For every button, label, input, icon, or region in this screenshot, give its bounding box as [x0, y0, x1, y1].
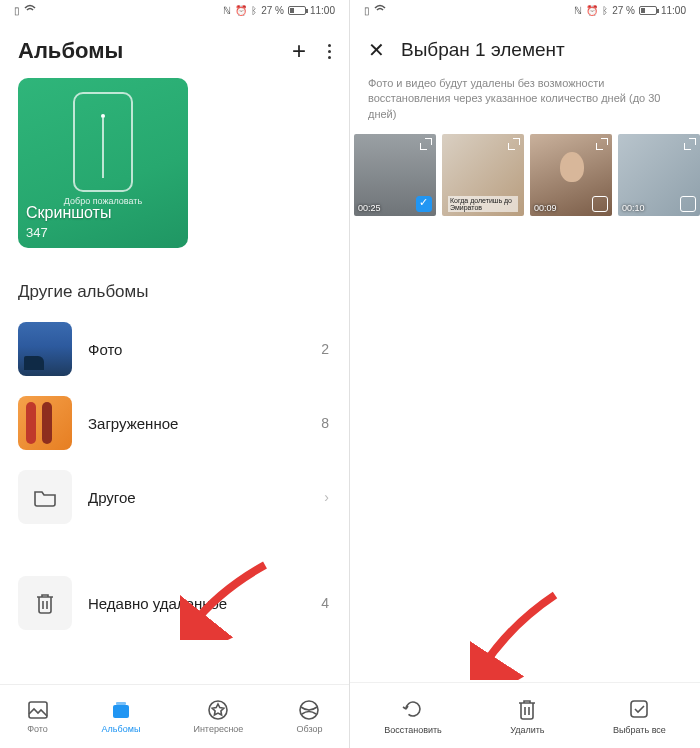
gallery-albums-screen: ▯ ℕ ⏰ ᛒ 27 % 11:00 Альбомы + Добро пожал…: [0, 0, 350, 748]
select-all-button[interactable]: Выбрать все: [613, 697, 666, 735]
checkbox-selected[interactable]: [416, 196, 432, 212]
trash-icon: [18, 576, 72, 630]
trash-icon: [515, 697, 539, 721]
chevron-right-icon: ›: [324, 489, 329, 505]
media-thumb-2[interactable]: Когда долетишь до Эмиратов: [442, 134, 524, 216]
wifi-icon: [374, 4, 386, 16]
clock: 11:00: [661, 5, 686, 16]
battery-icon: [639, 6, 657, 15]
media-thumb-1[interactable]: 00:25: [354, 134, 436, 216]
battery-percent: 27 %: [612, 5, 635, 16]
bluetooth-icon: ᛒ: [251, 5, 257, 16]
svg-rect-2: [116, 702, 126, 705]
deletion-info-text: Фото и видео будут удалены без возможнос…: [350, 72, 700, 134]
bottom-nav: Фото Альбомы Интересное Обзор: [0, 684, 349, 748]
checkbox[interactable]: [592, 196, 608, 212]
svg-rect-1: [113, 705, 129, 718]
checkbox[interactable]: [680, 196, 696, 212]
photo-thumb-icon: [18, 322, 72, 376]
nfc-icon: ℕ: [574, 5, 582, 16]
face-placeholder: [560, 152, 584, 182]
duration: 00:09: [534, 203, 557, 213]
album-row-downloads[interactable]: Загруженное 8: [0, 386, 349, 460]
nav-label: Альбомы: [102, 724, 141, 734]
album-count: 8: [321, 415, 329, 431]
album-label: Фото: [88, 341, 305, 358]
star-icon: [207, 699, 229, 721]
folder-icon: [18, 470, 72, 524]
bottom-action-bar: Восстановить Удалить Выбрать все: [350, 682, 700, 748]
album-label: Загруженное: [88, 415, 305, 432]
svg-rect-5: [631, 701, 647, 717]
albums-header: Альбомы +: [0, 20, 349, 78]
select-all-icon: [627, 697, 651, 721]
media-thumb-3[interactable]: 00:09: [530, 134, 612, 216]
thumbnail-strip: 00:25 Когда долетишь до Эмиратов 00:09 0…: [350, 134, 700, 216]
expand-icon: [420, 138, 432, 150]
section-other-albums: Другие альбомы: [0, 248, 349, 312]
downloads-thumb-icon: [18, 396, 72, 450]
recently-deleted-screen: ▯ ℕ ⏰ ᛒ 27 % 11:00 ✕ Выбран 1 элемент Фо…: [350, 0, 700, 748]
alarm-icon: ⏰: [586, 5, 598, 16]
status-bar: ▯ ℕ ⏰ ᛒ 27 % 11:00: [350, 0, 700, 20]
expand-icon: [684, 138, 696, 150]
nfc-icon: ℕ: [223, 5, 231, 16]
expand-icon: [596, 138, 608, 150]
phone-illustration: [73, 92, 133, 192]
album-row-photo[interactable]: Фото 2: [0, 312, 349, 386]
clock: 11:00: [310, 5, 335, 16]
album-row-recently-deleted[interactable]: Недавно удаленное 4: [0, 566, 349, 640]
nav-discover[interactable]: Интересное: [193, 699, 243, 734]
album-row-other[interactable]: Другое ›: [0, 460, 349, 534]
expand-icon: [508, 138, 520, 150]
bluetooth-icon: ᛒ: [602, 5, 608, 16]
album-label: Другое: [88, 489, 308, 506]
sim-icon: ▯: [14, 5, 20, 16]
duration: 00:10: [622, 203, 645, 213]
photo-icon: [27, 699, 49, 721]
action-label: Удалить: [510, 725, 544, 735]
nav-browse[interactable]: Обзор: [296, 699, 322, 734]
page-title: Альбомы: [18, 38, 123, 64]
selection-header: ✕ Выбран 1 элемент: [350, 20, 700, 72]
battery-icon: [288, 6, 306, 15]
svg-rect-0: [29, 702, 47, 718]
card-title: Скриншоты: [26, 204, 111, 222]
sim-icon: ▯: [364, 5, 370, 16]
close-button[interactable]: ✕: [368, 38, 385, 62]
selection-title: Выбран 1 элемент: [401, 39, 565, 61]
nav-label: Фото: [27, 724, 48, 734]
album-card-screenshots[interactable]: Добро пожаловать Скриншоты 347: [18, 78, 188, 248]
duration: 00:25: [358, 203, 381, 213]
add-album-button[interactable]: +: [292, 39, 306, 63]
albums-icon: [110, 699, 132, 721]
nav-albums[interactable]: Альбомы: [102, 699, 141, 734]
nav-photo[interactable]: Фото: [27, 699, 49, 734]
action-label: Восстановить: [384, 725, 442, 735]
annotation-arrow: [180, 560, 270, 640]
more-menu-button[interactable]: [328, 44, 331, 59]
album-count: 2: [321, 341, 329, 357]
album-count: 4: [321, 595, 329, 611]
nav-label: Обзор: [296, 724, 322, 734]
annotation-arrow: [470, 590, 560, 680]
thumb-caption: Когда долетишь до Эмиратов: [448, 196, 518, 212]
restore-icon: [401, 697, 425, 721]
alarm-icon: ⏰: [235, 5, 247, 16]
globe-icon: [298, 699, 320, 721]
card-count: 347: [26, 225, 48, 240]
wifi-icon: [24, 4, 36, 16]
battery-percent: 27 %: [261, 5, 284, 16]
nav-label: Интересное: [193, 724, 243, 734]
status-bar: ▯ ℕ ⏰ ᛒ 27 % 11:00: [0, 0, 349, 20]
action-label: Выбрать все: [613, 725, 666, 735]
delete-button[interactable]: Удалить: [510, 697, 544, 735]
media-thumb-4[interactable]: 00:10: [618, 134, 700, 216]
restore-button[interactable]: Восстановить: [384, 697, 442, 735]
